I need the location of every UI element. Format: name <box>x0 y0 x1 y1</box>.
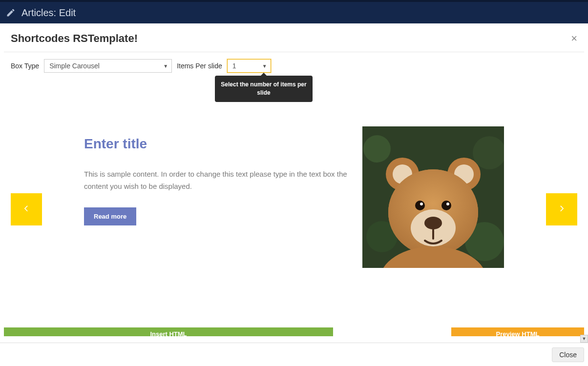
svg-point-13 <box>415 201 425 210</box>
carousel-prev-button[interactable] <box>11 193 42 225</box>
modal-title: Shortcodes RSTemplate! <box>11 32 138 45</box>
page-title: Articles: Edit <box>21 7 76 19</box>
preview-html-button[interactable]: Preview HTML <box>451 327 584 336</box>
app-topbar: Articles: Edit <box>0 0 588 23</box>
svg-point-15 <box>420 203 423 205</box>
chevron-left-icon <box>21 203 31 215</box>
items-per-slide-select[interactable]: 1 ▼ <box>227 59 271 73</box>
items-per-slide-tooltip: Select the number of items per slide <box>215 76 313 102</box>
carousel-next-button[interactable] <box>546 193 577 225</box>
modal-footer: Close <box>0 343 588 366</box>
carousel-slide: Enter title This is sample content. In o… <box>84 122 504 297</box>
slide-image <box>362 126 504 268</box>
box-type-label: Box Type <box>11 62 39 70</box>
slide-body: This is sample content. In order to chan… <box>84 168 353 193</box>
svg-point-12 <box>424 217 442 229</box>
teddy-bear-image <box>362 126 504 268</box>
carousel-preview: Enter title This is sample content. In o… <box>11 122 577 297</box>
action-row: Insert HTML Preview HTML <box>4 327 584 336</box>
slide-title: Enter title <box>84 136 353 152</box>
box-type-select[interactable]: Simple Carousel ▼ <box>44 59 172 73</box>
pencil-icon <box>6 8 16 18</box>
close-button[interactable]: Close <box>552 347 584 362</box>
modal-header: Shortcodes RSTemplate! × <box>4 27 584 52</box>
svg-point-16 <box>446 203 449 205</box>
svg-point-14 <box>441 201 451 210</box>
chevron-right-icon <box>557 203 567 215</box>
svg-point-1 <box>363 135 391 163</box>
insert-html-button[interactable]: Insert HTML <box>4 327 333 336</box>
items-per-slide-label: Items Per slide <box>177 62 222 70</box>
box-type-value[interactable]: Simple Carousel <box>44 59 172 73</box>
shortcodes-modal: Shortcodes RSTemplate! × Box Type Simple… <box>4 27 584 339</box>
close-icon[interactable]: × <box>571 33 577 44</box>
form-row: Box Type Simple Carousel ▼ Items Per sli… <box>11 59 577 73</box>
slide-text: Enter title This is sample content. In o… <box>84 122 362 297</box>
modal-area: Shortcodes RSTemplate! × Box Type Simple… <box>0 23 588 366</box>
modal-body: Box Type Simple Carousel ▼ Items Per sli… <box>4 52 584 336</box>
items-per-slide-value[interactable]: 1 <box>227 59 271 73</box>
read-more-button[interactable]: Read more <box>84 207 136 225</box>
scroll-down-button[interactable]: ▼ <box>580 335 588 343</box>
